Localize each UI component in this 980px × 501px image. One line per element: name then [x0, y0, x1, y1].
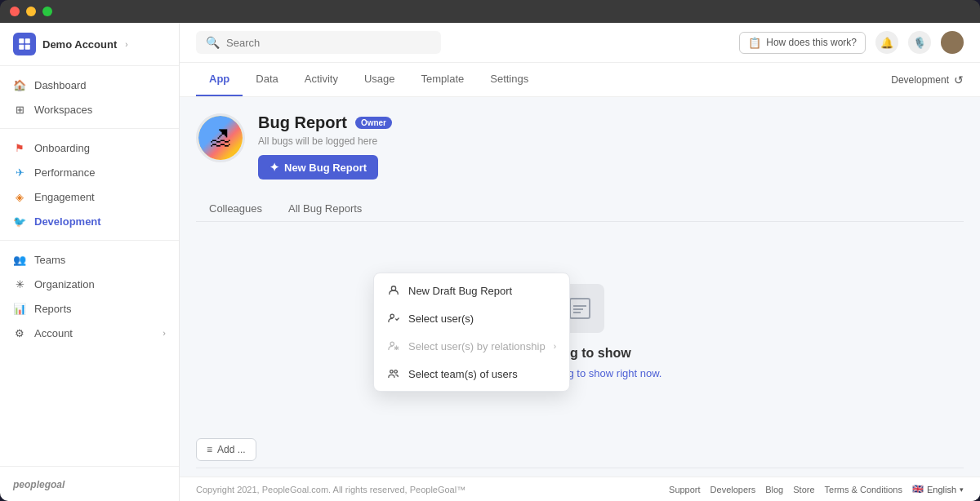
new-bug-report-button[interactable]: ✦ New Bug Report: [258, 155, 378, 180]
svg-rect-3: [25, 45, 30, 50]
app-icon-inner: 🏖: [198, 116, 243, 160]
footer-link-store[interactable]: Store: [793, 485, 814, 494]
add-label: Add ...: [217, 444, 246, 455]
main-tabs: App Data Activity Usage Template: [196, 63, 541, 96]
svg-rect-1: [25, 38, 30, 43]
app-actions: ✦ New Bug Report: [258, 155, 964, 180]
account-selector[interactable]: Demo Account ›: [0, 23, 179, 66]
footer-link-terms[interactable]: Terms & Conditions: [825, 485, 902, 494]
sidebar-item-engagement[interactable]: ◈ Engagement: [0, 184, 179, 209]
app-description: All bugs will be logged here: [258, 135, 964, 147]
sidebar-label-organization: Organization: [34, 278, 95, 290]
env-label: Development: [891, 74, 949, 86]
sub-tab-colleagues[interactable]: Colleagues: [196, 196, 275, 221]
tab-data[interactable]: Data: [243, 63, 291, 96]
submenu-arrow: ›: [554, 342, 556, 351]
account-name: Demo Account: [42, 38, 117, 51]
account-arrow: ›: [163, 328, 166, 338]
app-logo: [13, 33, 36, 55]
notifications-button[interactable]: 🔔: [875, 31, 898, 54]
team-select-icon: [387, 367, 400, 380]
svg-point-11: [390, 370, 394, 374]
reports-icon: 📊: [13, 302, 26, 315]
svg-point-10: [390, 342, 394, 345]
footer-copyright: Copyright 2021, PeopleGoal.com. All righ…: [196, 485, 466, 494]
chart-icon: ◈: [13, 190, 26, 203]
tab-usage[interactable]: Usage: [351, 63, 408, 96]
sidebar-item-organization[interactable]: ✳ Organization: [0, 272, 179, 296]
tab-app[interactable]: App: [196, 63, 243, 96]
tab-activity[interactable]: Activity: [292, 63, 351, 96]
svg-rect-0: [19, 38, 24, 43]
sidebar-divider-1: [0, 128, 179, 129]
sidebar-item-account[interactable]: ⚙ Account ›: [0, 321, 179, 345]
footer-link-support[interactable]: Support: [669, 485, 701, 494]
app-emoji: 🏖: [210, 126, 231, 151]
footer-links: Support Developers Blog Store Terms & Co…: [669, 484, 964, 494]
help-book-icon: 📋: [748, 37, 761, 49]
minimize-button[interactable]: [26, 7, 36, 16]
users-icon: 👥: [13, 253, 26, 266]
sidebar-label-account: Account: [34, 327, 73, 339]
close-button[interactable]: [10, 7, 20, 16]
bell-icon: 🔔: [880, 37, 893, 49]
sidebar-label-development: Development: [34, 215, 101, 228]
add-button[interactable]: ≡ Add ...: [196, 438, 256, 461]
sidebar: Demo Account › 🏠 Dashboard ⊞ Workspaces …: [0, 23, 180, 501]
mic-icon: 🎙️: [913, 37, 926, 49]
sidebar-item-reports[interactable]: 📊 Reports: [0, 296, 179, 321]
sidebar-item-development[interactable]: 🐦 Development: [0, 209, 179, 233]
sidebar-item-dashboard[interactable]: 🏠 Dashboard: [0, 73, 179, 97]
app-content: 🏖 Bug Report Owner All bugs will be logg…: [180, 97, 980, 477]
sidebar-label-performance: Performance: [34, 166, 95, 179]
tab-settings[interactable]: Settings: [477, 63, 541, 96]
footer-link-blog[interactable]: Blog: [765, 485, 783, 494]
main-content: 🔍 📋 How does this work? 🔔 🎙️: [180, 23, 980, 501]
empty-state: Nothing to show There is nothing to show…: [196, 235, 964, 428]
search-box[interactable]: 🔍: [196, 31, 441, 54]
refresh-icon: ↺: [954, 73, 964, 86]
mic-button[interactable]: 🎙️: [908, 31, 931, 54]
language-selector[interactable]: 🇬🇧 English ▾: [912, 484, 964, 494]
dropdown-item-select-users[interactable]: Select user(s): [374, 304, 569, 332]
sub-tab-all-bug-reports[interactable]: All Bug Reports: [275, 196, 375, 221]
help-button[interactable]: 📋 How does this work?: [739, 32, 866, 54]
help-label: How does this work?: [766, 37, 857, 48]
sidebar-footer: peoplegoal: [0, 466, 179, 501]
svg-point-12: [394, 370, 398, 374]
topbar-right: 📋 How does this work? 🔔 🎙️: [739, 31, 964, 54]
dropdown-item-select-by-rel[interactable]: Select user(s) by relationship ›: [374, 332, 569, 360]
dropdown-item-new-draft[interactable]: New Draft Bug Report: [374, 277, 569, 304]
sidebar-item-performance[interactable]: ✈ Performance: [0, 160, 179, 184]
svg-point-8: [391, 286, 395, 290]
sidebar-label-reports: Reports: [34, 303, 72, 315]
user-avatar[interactable]: [941, 31, 964, 54]
add-icon: ≡: [207, 444, 212, 455]
search-input[interactable]: [226, 37, 431, 49]
dropdown-label-new-draft: New Draft Bug Report: [408, 285, 512, 297]
owner-badge: Owner: [355, 117, 392, 129]
dropdown-menu: New Draft Bug Report Select user(s) Sele…: [373, 273, 570, 392]
maximize-button[interactable]: [42, 7, 52, 16]
environment-badge[interactable]: Development ↺: [891, 73, 964, 86]
sidebar-label-engagement: Engagement: [34, 191, 95, 203]
sidebar-item-onboarding[interactable]: ⚑ Onboarding: [0, 135, 179, 160]
account-chevron: ›: [125, 40, 127, 49]
dropdown-label-select-by-rel: Select user(s) by relationship: [408, 340, 546, 352]
footer-link-developers[interactable]: Developers: [710, 485, 756, 494]
sidebar-label-workspaces: Workspaces: [34, 104, 92, 116]
dropdown-label-select-teams: Select team(s) of users: [408, 368, 518, 380]
flag-icon: 🇬🇧: [912, 484, 924, 494]
grid-icon: ⊞: [13, 103, 26, 116]
sidebar-item-teams[interactable]: 👥 Teams: [0, 247, 179, 272]
sidebar-item-workspaces[interactable]: ⊞ Workspaces: [0, 97, 179, 122]
svg-rect-2: [19, 45, 24, 50]
titlebar: [0, 0, 980, 23]
empty-desc-link: show: [589, 367, 613, 379]
asterisk-select-icon: [387, 339, 400, 352]
sub-tabs: Colleagues All Bug Reports: [196, 196, 964, 222]
dropdown-item-select-teams[interactable]: Select team(s) of users: [374, 360, 569, 388]
content-header: App Data Activity Usage Template: [180, 63, 980, 97]
app-info: Bug Report Owner All bugs will be logged…: [258, 113, 964, 180]
tab-template[interactable]: Template: [408, 63, 478, 96]
